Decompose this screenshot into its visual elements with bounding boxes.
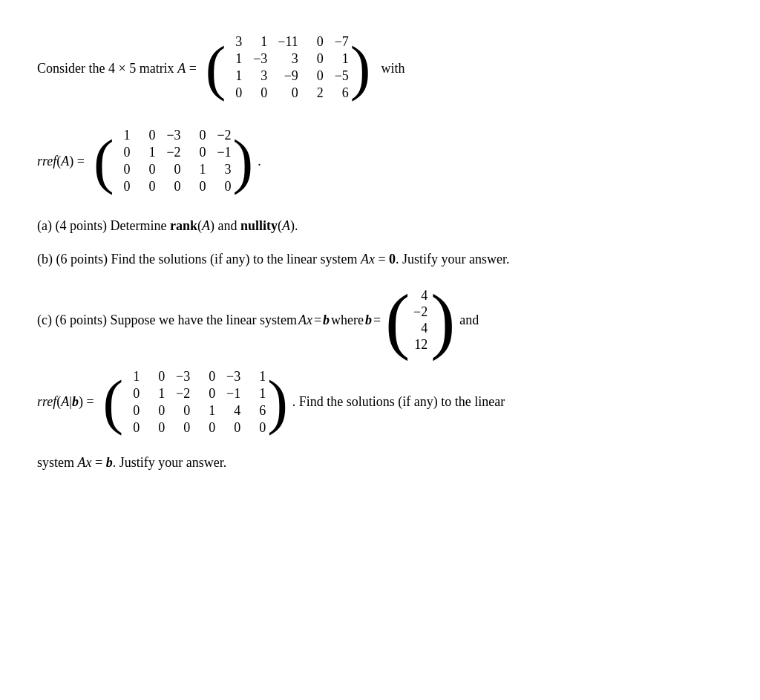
rref-A-label: rref(A) = [37,154,85,169]
part-c-conclusion: system Ax = b. Justify your answer. [37,452,723,474]
rref-Ab-grid: 1 0 −3 0 −3 1 0 1 −2 0 −1 1 0 0 0 1 4 6 … [123,364,267,440]
rank-text: rank [170,218,197,233]
rref-Ab-bracket-left: ( [103,371,124,433]
matrix-A: ( 3 1 −11 0 −7 1 −3 3 0 1 1 3 −9 0 −5 0 … [206,30,371,105]
intro-section: Consider the 4 × 5 matrix A = ( 3 1 −11 … [37,30,723,105]
matrix-rref-A: ( 1 0 −3 0 −2 0 1 −2 0 −1 0 0 0 1 3 0 0 … [94,123,253,199]
rref-Ab-section: rref(A|b) = ( 1 0 −3 0 −3 1 0 1 −2 0 −1 … [37,364,723,440]
rref-Ab-bracket-right: ) [267,371,288,433]
rref-A-grid: 1 0 −3 0 −2 0 1 −2 0 −1 0 0 0 1 3 0 0 0 … [114,123,233,199]
matrix-A-bracket-left: ( [206,37,226,99]
rref-A-bracket-left: ( [94,131,114,192]
matrix-A-bracket-right: ) [350,37,371,99]
with-text: with [381,61,404,76]
matrix-A-grid: 3 1 −11 0 −7 1 −3 3 0 1 1 3 −9 0 −5 0 0 … [226,30,350,105]
rref-A-bracket-right: ) [233,131,254,192]
vector-b-grid: 4 −2 4 12 [411,282,429,359]
rref-Ab-label: rref(A|b) = [37,394,94,410]
rref-A-section: rref(A) = ( 1 0 −3 0 −2 0 1 −2 0 −1 0 0 … [37,123,723,199]
part-b: (b) (6 points) Find the solutions (if an… [37,249,723,270]
intro-text: Consider the 4 × 5 matrix A = [37,61,197,76]
part-a: (a) (4 points) Determine rank(A) and nul… [37,215,723,237]
nullity-text: nullity [240,218,278,233]
part-c-intro: (c) (6 points) Suppose we have the linea… [37,282,723,359]
intro-text1: Consider the 4 × 5 matrix [37,61,177,76]
part-b-label: (b) (6 points) Find the solutions (if an… [37,252,361,266]
matrix-rref-Ab: ( 1 0 −3 0 −3 1 0 1 −2 0 −1 1 0 0 0 1 4 … [103,364,288,440]
intro-A: A [177,61,186,76]
vector-b: ( 4 −2 4 12 ) [385,282,455,359]
vector-b-bracket-right: ) [430,284,455,357]
part-a-label: (a) (4 points) Determine [37,218,170,233]
vector-b-bracket-left: ( [385,284,410,357]
